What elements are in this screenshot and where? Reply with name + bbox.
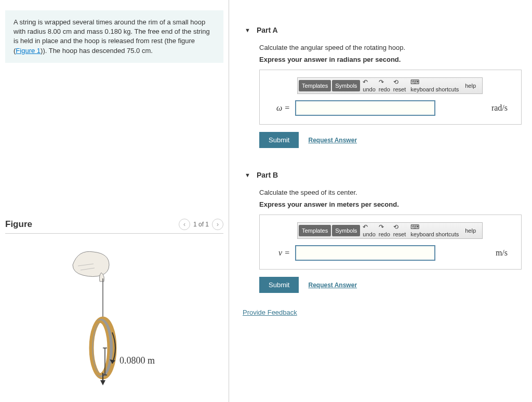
answer-input[interactable] xyxy=(295,245,435,261)
figure-link[interactable]: Figure 1 xyxy=(16,47,41,55)
editor-toolbar: Templates Symbols ↶undo ↷redo ⟲reset ⌨ke… xyxy=(297,77,483,94)
figure-title: Figure xyxy=(5,219,32,230)
answer-panel: Templates Symbols ↶undo ↷redo ⟲reset ⌨ke… xyxy=(259,215,522,270)
templates-button[interactable]: Templates xyxy=(299,80,331,91)
variable-label: ω = xyxy=(269,103,290,113)
prompt-text-after: )). The hoop has descended 75.0 cm. xyxy=(41,47,153,55)
submit-button[interactable]: Submit xyxy=(259,277,299,293)
part-instruction: Calculate the speed of its center. xyxy=(259,189,522,196)
figure-next-button[interactable]: › xyxy=(212,219,223,230)
problem-statement: A string is wrapped several times around… xyxy=(5,10,223,63)
help-button[interactable]: help xyxy=(462,83,479,89)
collapse-icon[interactable]: ▼ xyxy=(245,27,250,33)
part-express: Express your answer in meters per second… xyxy=(259,200,522,208)
templates-button[interactable]: Templates xyxy=(299,225,331,236)
redo-button[interactable]: ↷redo xyxy=(377,224,392,237)
undo-button[interactable]: ↶undo xyxy=(361,224,377,237)
help-button[interactable]: help xyxy=(462,227,479,234)
variable-label: v = xyxy=(269,248,290,258)
unit-label: rad/s xyxy=(491,103,512,113)
answer-panel: Templates Symbols ↶undo ↷redo ⟲reset ⌨ke… xyxy=(259,70,522,125)
part-instruction: Calculate the angular speed of the rotat… xyxy=(259,44,522,51)
radius-label: 0.0800 m xyxy=(119,355,155,366)
keyboard-button[interactable]: ⌨keyboard shortcuts xyxy=(407,224,462,237)
undo-button[interactable]: ↶undo xyxy=(361,79,377,92)
part-a: ▼ Part A Calculate the angular speed of … xyxy=(245,26,522,148)
request-answer-link[interactable]: Request Answer xyxy=(308,137,357,144)
keyboard-button[interactable]: ⌨keyboard shortcuts xyxy=(407,79,462,92)
redo-button[interactable]: ↷redo xyxy=(377,79,392,92)
symbols-button[interactable]: Symbols xyxy=(332,80,360,91)
reset-button[interactable]: ⟲reset xyxy=(392,79,407,92)
provide-feedback-link[interactable]: Provide Feedback xyxy=(243,309,297,316)
request-answer-link[interactable]: Request Answer xyxy=(308,282,357,289)
reset-button[interactable]: ⟲reset xyxy=(392,224,407,237)
answer-input[interactable] xyxy=(295,100,435,116)
collapse-icon[interactable]: ▼ xyxy=(245,172,250,178)
part-title: Part A xyxy=(257,26,278,34)
editor-toolbar: Templates Symbols ↶undo ↷redo ⟲reset ⌨ke… xyxy=(297,222,483,239)
figure-nav-count: 1 of 1 xyxy=(193,221,209,228)
figure-prev-button[interactable]: ‹ xyxy=(179,219,190,230)
part-b: ▼ Part B Calculate the speed of its cent… xyxy=(245,171,522,293)
figure-diagram: 0.0800 m xyxy=(5,244,223,390)
part-title: Part B xyxy=(257,171,278,179)
unit-label: m/s xyxy=(496,248,512,258)
part-express: Express your answer in radians per secon… xyxy=(259,56,522,63)
submit-button[interactable]: Submit xyxy=(259,132,299,148)
symbols-button[interactable]: Symbols xyxy=(332,225,360,236)
svg-marker-8 xyxy=(100,380,105,385)
figure-header: Figure ‹ 1 of 1 › xyxy=(5,219,223,234)
